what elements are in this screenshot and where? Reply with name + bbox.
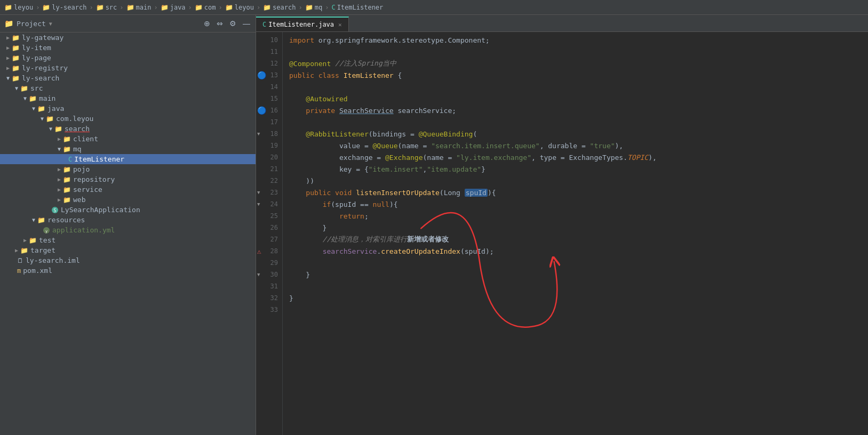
- sidebar-item-src[interactable]: ▼ 📁 src: [0, 83, 256, 93]
- code-line-22: )): [289, 175, 868, 187]
- sidebar-item-lysearchapplication[interactable]: S LySearchApplication: [0, 205, 256, 215]
- code-line-30: }: [289, 269, 868, 280]
- line-27: 27: [256, 233, 282, 245]
- line-19: 19: [256, 140, 282, 151]
- collapse-all-button[interactable]: ⇔: [216, 18, 224, 29]
- sidebar-title-label: Project: [17, 20, 46, 28]
- sidebar-item-java[interactable]: ▼ 📁 java: [0, 103, 256, 114]
- line-10: 10: [256, 34, 282, 46]
- sidebar-item-ly-search-iml[interactable]: 🗒 ly-search.iml: [0, 255, 256, 265]
- code-line-13: public class ItemListener {: [289, 69, 868, 81]
- sidebar-item-service[interactable]: ▶ 📁 service: [0, 184, 256, 195]
- breadcrumb-item-main[interactable]: 📁 main: [126, 4, 152, 11]
- code-content: import org.springframework.stereotype.Co…: [283, 32, 868, 435]
- line-20: 20: [256, 151, 282, 163]
- editor-tabs: C ItemListener.java ✕: [256, 15, 868, 32]
- code-line-10: import org.springframework.stereotype.Co…: [289, 34, 868, 46]
- project-folder-icon: 📁: [4, 19, 13, 28]
- sidebar-item-resources[interactable]: ▼ 📁 resources: [0, 215, 256, 225]
- sidebar-item-pom-xml[interactable]: m pom.xml: [0, 265, 256, 276]
- code-line-21: key = {"item.insert","item.update"}: [289, 163, 868, 175]
- breadcrumb-item-itemlistener[interactable]: C ItemListener: [331, 4, 383, 11]
- sidebar-title: 📁 Project ▼: [4, 19, 52, 28]
- line-32: 32: [256, 292, 282, 304]
- line-14: 14: [256, 81, 282, 93]
- sidebar-action-buttons: ⊕ ⇔ ⚙ —: [203, 18, 251, 29]
- sidebar-item-search-folder[interactable]: ▼ 📁 search: [0, 124, 256, 134]
- code-line-29: [289, 257, 868, 269]
- sidebar-item-ly-registry[interactable]: ▶ 📁 ly-registry: [0, 63, 256, 73]
- code-line-15: @Autowired: [289, 93, 868, 104]
- sidebar-tree: ▶ 📁 ly-gateway ▶ 📁 ly-item ▶ 📁 ly-page: [0, 33, 256, 435]
- breadcrumb-item-search[interactable]: 📁 search: [263, 4, 296, 11]
- editor-tab-itemlistener[interactable]: C ItemListener.java ✕: [256, 17, 349, 31]
- code-line-32: }: [289, 292, 868, 304]
- settings-button[interactable]: ⚙: [228, 18, 237, 29]
- line-17: 17: [256, 116, 282, 128]
- sidebar-item-web[interactable]: ▶ 📁 web: [0, 195, 256, 205]
- code-line-14: [289, 81, 868, 93]
- line-30: ▼ 30: [256, 269, 282, 280]
- sidebar-item-main[interactable]: ▼ 📁 main: [0, 93, 256, 103]
- breadcrumb-item-leyou[interactable]: 📁 leyou: [4, 4, 33, 11]
- tab-class-icon: C: [262, 21, 266, 28]
- editor-wrapper: 10 11 12 🔵 13 14 15 🔵 16 17 ▼: [256, 32, 868, 435]
- tab-close-button[interactable]: ✕: [338, 21, 342, 28]
- sidebar-item-ly-item[interactable]: ▶ 📁 ly-item: [0, 43, 256, 53]
- code-line-11: [289, 46, 868, 58]
- folder-icon: 📁: [263, 4, 271, 11]
- sidebar-item-client[interactable]: ▶ 📁 client: [0, 134, 256, 144]
- sidebar-item-ly-gateway[interactable]: ▶ 📁 ly-gateway: [0, 33, 256, 43]
- sidebar-item-pojo[interactable]: ▶ 📁 pojo: [0, 164, 256, 174]
- folder-icon: 📁: [4, 4, 12, 11]
- code-line-19: value = @Queue(name = "search.item.inser…: [289, 140, 868, 151]
- code-line-12: @Component //注入Spring当中: [289, 58, 868, 69]
- class-icon: C: [331, 4, 335, 11]
- line-24: ▼ 24: [256, 198, 282, 210]
- code-line-25: return;: [289, 210, 868, 222]
- sidebar-item-com-leyou[interactable]: ▼ 📁 com.leyou: [0, 114, 256, 124]
- code-line-18: @RabbitListener(bindings = @QueueBinding…: [289, 128, 868, 140]
- line-31: 31: [256, 280, 282, 292]
- folder-icon: 📁: [225, 4, 233, 11]
- breadcrumb-item-java[interactable]: 📁 java: [161, 4, 186, 11]
- folder-icon: 📁: [42, 4, 50, 11]
- tab-label: ItemListener.java: [268, 21, 334, 28]
- breadcrumb-item-com[interactable]: 📁 com: [195, 4, 216, 11]
- breadcrumb-item-mq[interactable]: 📁 mq: [305, 4, 322, 11]
- sidebar-item-ly-search[interactable]: ▼ 📁 ly-search: [0, 73, 256, 83]
- code-line-33: [289, 304, 868, 316]
- code-editor[interactable]: 10 11 12 🔵 13 14 15 🔵 16 17 ▼: [256, 32, 868, 435]
- sidebar-item-test[interactable]: ▶ 📁 test: [0, 235, 256, 245]
- sidebar-item-ly-page[interactable]: ▶ 📁 ly-page: [0, 53, 256, 63]
- line-12: 12: [256, 58, 282, 69]
- breadcrumb-item-ly-search[interactable]: 📁 ly-search: [42, 4, 86, 11]
- code-line-31: [289, 280, 868, 292]
- line-18: ▼ 18: [256, 128, 282, 140]
- breadcrumb-item-leyou2[interactable]: 📁 leyou: [225, 4, 254, 11]
- line-33: 33: [256, 304, 282, 316]
- code-line-17: [289, 116, 868, 128]
- dropdown-icon[interactable]: ▼: [49, 21, 52, 27]
- code-line-16: private SearchService searchService;: [289, 104, 868, 116]
- line-21: 21: [256, 163, 282, 175]
- sidebar-item-target[interactable]: ▶ 📁 target: [0, 245, 256, 255]
- line-13: 🔵 13: [256, 69, 282, 81]
- sidebar-item-repository[interactable]: ▶ 📁 repository: [0, 174, 256, 184]
- line-15: 15: [256, 93, 282, 104]
- folder-icon: 📁: [161, 4, 169, 11]
- sidebar-item-application-yml[interactable]: y application.yml: [0, 225, 256, 235]
- sidebar-item-mq[interactable]: ▼ 📁 mq: [0, 144, 256, 154]
- line-26: 26: [256, 222, 282, 233]
- breadcrumb-item-src[interactable]: 📁 src: [96, 4, 117, 11]
- sidebar-header: 📁 Project ▼ ⊕ ⇔ ⚙ —: [0, 15, 256, 33]
- line-25: 25: [256, 210, 282, 222]
- hide-sidebar-button[interactable]: —: [242, 18, 251, 29]
- breadcrumb: 📁 leyou › 📁 ly-search › 📁 src › 📁 main ›…: [0, 0, 868, 15]
- locate-file-button[interactable]: ⊕: [203, 18, 211, 29]
- code-line-27: //处理消息，对索引库进行新增或者修改: [289, 233, 868, 245]
- sidebar-item-itemlistener[interactable]: C ItemListener: [0, 154, 256, 164]
- code-line-28: searchService.createOrUpdateIndex(spuId)…: [289, 245, 868, 257]
- folder-icon: 📁: [96, 4, 104, 11]
- svg-text:y: y: [45, 229, 47, 233]
